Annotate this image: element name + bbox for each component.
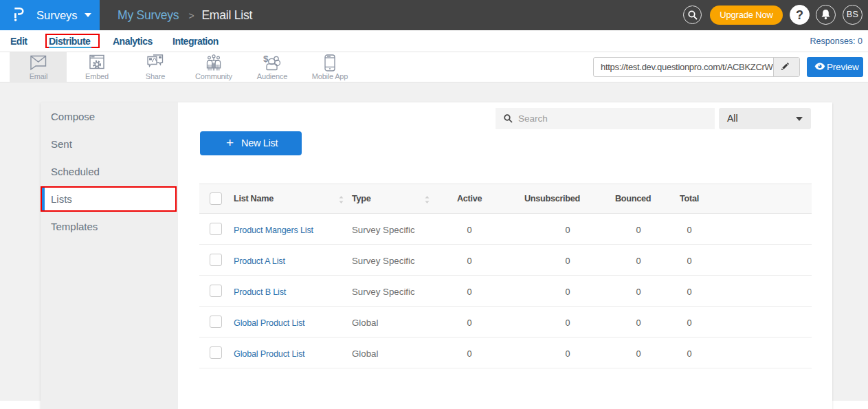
svg-text:$: $ — [263, 54, 269, 64]
